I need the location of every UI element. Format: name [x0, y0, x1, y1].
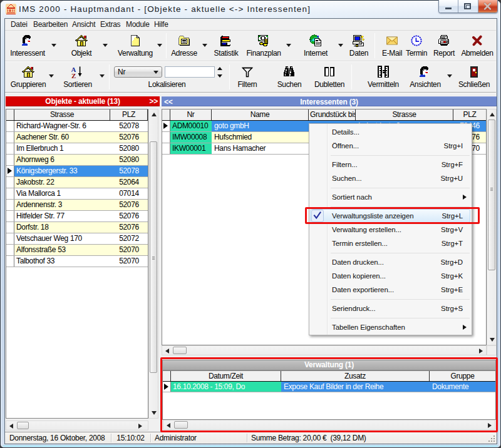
right-hscroll-thumb[interactable]	[173, 347, 187, 354]
menu-item-daten-exportieren[interactable]: Daten exportieren...Strg+E	[309, 283, 472, 297]
menu-datei[interactable]: Datei	[11, 19, 28, 31]
menu-item-verwaltungsliste-anzeigen[interactable]: Verwaltungsliste anzeigenStrg+L	[309, 209, 472, 223]
menu-item-seriendruck[interactable]: Seriendruck...Strg+S	[309, 302, 472, 315]
menu-item-daten-kopieren[interactable]: Daten kopieren...Strg+K	[309, 269, 472, 283]
table-row[interactable]: Vetschauer Weg 17052072	[6, 233, 148, 245]
column-header-datum-zeit[interactable]: Datum/Zeit	[171, 371, 281, 381]
table-row[interactable]: Im Ellerbruch 152080	[6, 143, 148, 155]
objekt-dropdown-icon[interactable]	[103, 44, 108, 49]
menu-item-details[interactable]: Details...	[309, 125, 472, 139]
sortieren-button[interactable]: A Z Sortieren	[54, 62, 101, 91]
column-header-zusatz[interactable]: Zusatz	[281, 371, 430, 381]
gruppieren-button[interactable]: Gruppieren	[4, 62, 52, 91]
scroll-right-icon[interactable]	[488, 423, 492, 428]
vermitteln-button[interactable]: Vermitteln	[359, 62, 407, 91]
menu-item-filtern[interactable]: Filtern...Strg+F	[309, 158, 472, 171]
table-row[interactable]: Dorfstr. 1852076	[6, 222, 148, 233]
filtern-button[interactable]: Filtern	[224, 62, 271, 91]
abmelden-button[interactable]: Abmelden	[453, 31, 501, 59]
person-views-icon	[419, 66, 431, 78]
column-header-strasse[interactable]: Strasse	[14, 109, 110, 120]
schliessen-button[interactable]: Schließen	[450, 62, 498, 91]
maximize-button[interactable]	[458, 0, 477, 13]
verwaltung-button[interactable]: Verwaltung	[111, 31, 159, 59]
minimize-button[interactable]	[439, 0, 458, 13]
column-header-gruppe[interactable]: Gruppe	[430, 371, 495, 381]
adresse-button[interactable]: Adresse	[160, 31, 208, 59]
table-row-selected[interactable]: Königsbergerstr. 3352078	[6, 166, 148, 177]
menu-item-tabellen-eigenschaften[interactable]: Tabellen Eigenschaften	[309, 320, 472, 334]
document-icon	[129, 34, 142, 47]
table-row[interactable]: Via Mallorca 107014	[6, 188, 148, 200]
right-vscroll-thumb[interactable]	[488, 120, 495, 270]
scroll-left-icon[interactable]	[165, 349, 169, 354]
column-header-grundstueck[interactable]: Grundstück bis	[309, 109, 356, 120]
left-vertical-scrollbar[interactable]	[148, 109, 158, 419]
left-vscroll-thumb[interactable]	[150, 141, 157, 373]
menu-separator	[309, 153, 472, 158]
table-row[interactable]: Jakobstr. 2252064	[6, 177, 148, 188]
menu-separator	[309, 297, 472, 302]
resize-grip-icon[interactable]	[488, 435, 495, 442]
lokalisieren-field-select[interactable]: Nr	[114, 66, 162, 78]
internet-button[interactable]: Internet	[292, 31, 339, 59]
finanzplan-dropdown-icon[interactable]	[286, 44, 291, 49]
gruppieren-dropdown-icon[interactable]	[49, 74, 54, 80]
menu-item-sortiert-nach[interactable]: Sortiert nach	[309, 190, 472, 204]
table-row[interactable]: Talbothof 3352070	[6, 256, 148, 267]
left-panel-header[interactable]: Objekte - aktuelle (13) >>	[6, 96, 160, 106]
scroll-up-icon[interactable]	[152, 113, 157, 116]
right-vertical-scrollbar[interactable]	[487, 109, 497, 345]
menu-ansicht[interactable]: Ansicht	[72, 19, 95, 31]
table-row[interactable]: Alfonsstraße 5352070	[6, 245, 148, 256]
menu-item-verwaltung-erstellen[interactable]: Verwaltung erstellen...Strg+V	[309, 223, 472, 237]
column-header-plz[interactable]: PLZ	[110, 109, 148, 120]
table-row[interactable]: Ardennenstr. 352076	[6, 200, 148, 211]
table-row[interactable]: Aachener Str. 6052076	[6, 132, 148, 143]
person-icon	[21, 34, 34, 47]
menu-item-termin-erstellen[interactable]: Termin erstellen...Strg+T	[309, 237, 472, 250]
column-header-strasse[interactable]: Strasse	[356, 109, 453, 120]
left-panel-collapse-icon[interactable]: >>	[149, 96, 158, 106]
objekt-button[interactable]: Objekt	[58, 31, 105, 59]
menu-extras[interactable]: Extras	[100, 19, 120, 31]
column-header-nr[interactable]: Nr	[170, 109, 212, 120]
scroll-down-icon[interactable]	[152, 411, 157, 415]
scroll-up-icon[interactable]	[490, 113, 495, 116]
left-hscroll-thumb[interactable]	[17, 422, 29, 429]
verwaltung-hscroll-thumb[interactable]	[174, 421, 188, 429]
table-row[interactable]: Ahornweg 652080	[6, 155, 148, 166]
lokalisieren-input[interactable]	[165, 66, 215, 78]
scroll-left-icon[interactable]	[9, 424, 13, 429]
verwaltung-panel-header[interactable]: Verwaltung (1)	[162, 360, 496, 370]
close-button[interactable]	[478, 0, 497, 13]
menu-item-suchen[interactable]: Suchen...Strg+U	[309, 171, 472, 185]
right-panel-header[interactable]: Interessenten (3) <<	[162, 96, 497, 106]
spinner-down-icon[interactable]	[217, 73, 223, 78]
scroll-left-icon[interactable]	[167, 423, 170, 428]
verwaltung-horizontal-scrollbar[interactable]	[163, 420, 495, 430]
finanzplan-button[interactable]: Finanzplan	[240, 31, 287, 59]
sortieren-dropdown-icon[interactable]	[100, 74, 105, 80]
left-horizontal-scrollbar[interactable]	[6, 420, 148, 430]
scroll-right-icon[interactable]	[479, 349, 483, 354]
scroll-down-icon[interactable]	[490, 338, 495, 342]
table-row[interactable]: Hitfelder Str. 7752076	[6, 211, 148, 222]
interessent-dropdown-icon[interactable]	[51, 44, 56, 49]
column-header-name[interactable]: Name	[212, 109, 309, 120]
spinner-up-icon[interactable]	[217, 67, 223, 72]
menu-module[interactable]: Module	[126, 19, 150, 31]
ansichten-button[interactable]: Ansichten	[401, 62, 449, 91]
scroll-right-icon[interactable]	[138, 424, 142, 429]
menu-item-oeffnen[interactable]: Öffnen...Strg+I	[309, 139, 472, 153]
table-row[interactable]: Richard-Wagner-Str. 652078	[6, 121, 148, 132]
right-panel-collapse-icon[interactable]: <<	[164, 97, 173, 107]
menu-item-daten-drucken[interactable]: Daten drucken...Strg+D	[309, 255, 472, 269]
table-row-selected[interactable]: 16.10.2008 - 15:09, Do Expose Kauf Bilde…	[163, 382, 495, 392]
interessent-button[interactable]: Interessent	[4, 31, 51, 59]
dubletten-button[interactable]: Dubletten	[306, 62, 353, 91]
menu-hilfe[interactable]: Hilfe	[154, 19, 168, 31]
right-horizontal-scrollbar[interactable]	[162, 345, 487, 355]
menu-bearbeiten[interactable]: Bearbeiten	[33, 19, 68, 31]
column-header-plz[interactable]: PLZ	[453, 109, 486, 120]
